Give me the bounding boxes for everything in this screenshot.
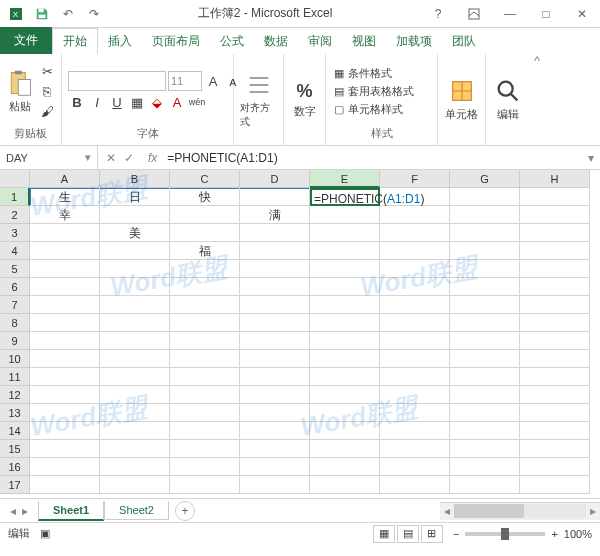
cell-D4[interactable]: [240, 242, 310, 260]
row-header-6[interactable]: 6: [0, 278, 30, 296]
cell-E13[interactable]: [310, 404, 380, 422]
cell-D2[interactable]: 满: [240, 206, 310, 224]
help-icon[interactable]: ?: [424, 4, 452, 24]
view-page-break-icon[interactable]: ⊞: [421, 525, 443, 543]
zoom-thumb[interactable]: [501, 528, 509, 540]
cell-A5[interactable]: [30, 260, 100, 278]
cell-H8[interactable]: [520, 314, 590, 332]
cell-E15[interactable]: [310, 440, 380, 458]
col-header-D[interactable]: D: [240, 170, 310, 188]
cell-G7[interactable]: [450, 296, 520, 314]
cell-E2[interactable]: [310, 206, 380, 224]
cell-B9[interactable]: [100, 332, 170, 350]
zoom-in-icon[interactable]: +: [551, 528, 557, 540]
cell-style-button[interactable]: ▢单元格样式: [332, 101, 416, 118]
cell-H12[interactable]: [520, 386, 590, 404]
cell-A3[interactable]: [30, 224, 100, 242]
cell-G15[interactable]: [450, 440, 520, 458]
cell-B17[interactable]: [100, 476, 170, 494]
zoom-slider[interactable]: [465, 532, 545, 536]
cell-E12[interactable]: [310, 386, 380, 404]
cell-B4[interactable]: [100, 242, 170, 260]
cell-C16[interactable]: [170, 458, 240, 476]
scroll-left-icon[interactable]: ◂: [440, 504, 454, 518]
cell-G10[interactable]: [450, 350, 520, 368]
cell-G3[interactable]: [450, 224, 520, 242]
tab-addins[interactable]: 加载项: [386, 29, 442, 54]
cell-F2[interactable]: [380, 206, 450, 224]
cancel-formula-icon[interactable]: ✕: [106, 151, 116, 165]
cell-C15[interactable]: [170, 440, 240, 458]
maximize-icon[interactable]: □: [532, 4, 560, 24]
h-scroll-thumb[interactable]: [454, 504, 524, 518]
align-button[interactable]: 对齐方式: [240, 69, 277, 131]
select-all-corner[interactable]: [0, 170, 30, 188]
conditional-format-button[interactable]: ▦条件格式: [332, 65, 416, 82]
cell-F13[interactable]: [380, 404, 450, 422]
h-scrollbar[interactable]: [454, 504, 586, 518]
cell-F3[interactable]: [380, 224, 450, 242]
cell-D15[interactable]: [240, 440, 310, 458]
cell-A9[interactable]: [30, 332, 100, 350]
row-header-15[interactable]: 15: [0, 440, 30, 458]
cell-E16[interactable]: [310, 458, 380, 476]
cell-A17[interactable]: [30, 476, 100, 494]
cell-G8[interactable]: [450, 314, 520, 332]
cell-C13[interactable]: [170, 404, 240, 422]
cell-H7[interactable]: [520, 296, 590, 314]
phonetic-icon[interactable]: wén: [188, 93, 206, 111]
cell-H16[interactable]: [520, 458, 590, 476]
cell-D17[interactable]: [240, 476, 310, 494]
cell-A1[interactable]: 生: [30, 188, 100, 206]
editing-button[interactable]: 编辑: [492, 69, 524, 131]
cell-G11[interactable]: [450, 368, 520, 386]
cell-C9[interactable]: [170, 332, 240, 350]
cell-C2[interactable]: [170, 206, 240, 224]
tab-view[interactable]: 视图: [342, 29, 386, 54]
fill-color-icon[interactable]: ⬙: [148, 93, 166, 111]
paste-button[interactable]: 粘贴: [6, 60, 34, 122]
cell-F11[interactable]: [380, 368, 450, 386]
cell-E17[interactable]: [310, 476, 380, 494]
italic-icon[interactable]: I: [88, 93, 106, 111]
tab-data[interactable]: 数据: [254, 29, 298, 54]
redo-icon[interactable]: ↷: [82, 3, 106, 25]
zoom-out-icon[interactable]: −: [453, 528, 459, 540]
sheet-nav-first-icon[interactable]: ◂: [10, 504, 16, 518]
cell-A12[interactable]: [30, 386, 100, 404]
cell-A4[interactable]: [30, 242, 100, 260]
cell-D8[interactable]: [240, 314, 310, 332]
cell-C4[interactable]: 福: [170, 242, 240, 260]
border-icon[interactable]: ▦: [128, 93, 146, 111]
cell-G9[interactable]: [450, 332, 520, 350]
cell-H1[interactable]: [520, 188, 590, 206]
cell-C3[interactable]: [170, 224, 240, 242]
col-header-A[interactable]: A: [30, 170, 100, 188]
copy-icon[interactable]: ⎘: [38, 82, 56, 100]
ribbon-collapse-icon[interactable]: ^: [530, 54, 544, 145]
row-header-11[interactable]: 11: [0, 368, 30, 386]
cell-A13[interactable]: [30, 404, 100, 422]
formula-bar[interactable]: [163, 146, 582, 169]
font-color-icon[interactable]: A: [168, 93, 186, 111]
cell-H10[interactable]: [520, 350, 590, 368]
cell-B16[interactable]: [100, 458, 170, 476]
underline-icon[interactable]: U: [108, 93, 126, 111]
cell-F17[interactable]: [380, 476, 450, 494]
cell-D6[interactable]: [240, 278, 310, 296]
cell-H3[interactable]: [520, 224, 590, 242]
cell-G2[interactable]: [450, 206, 520, 224]
cell-F15[interactable]: [380, 440, 450, 458]
number-button[interactable]: %数字: [290, 69, 319, 131]
fx-icon[interactable]: fx: [142, 151, 163, 165]
cell-H17[interactable]: [520, 476, 590, 494]
cell-A15[interactable]: [30, 440, 100, 458]
cell-B3[interactable]: 美: [100, 224, 170, 242]
view-page-layout-icon[interactable]: ▤: [397, 525, 419, 543]
cell-B15[interactable]: [100, 440, 170, 458]
ribbon-toggle-icon[interactable]: [460, 4, 488, 24]
tab-review[interactable]: 审阅: [298, 29, 342, 54]
cell-E6[interactable]: [310, 278, 380, 296]
cell-D16[interactable]: [240, 458, 310, 476]
cell-F5[interactable]: [380, 260, 450, 278]
